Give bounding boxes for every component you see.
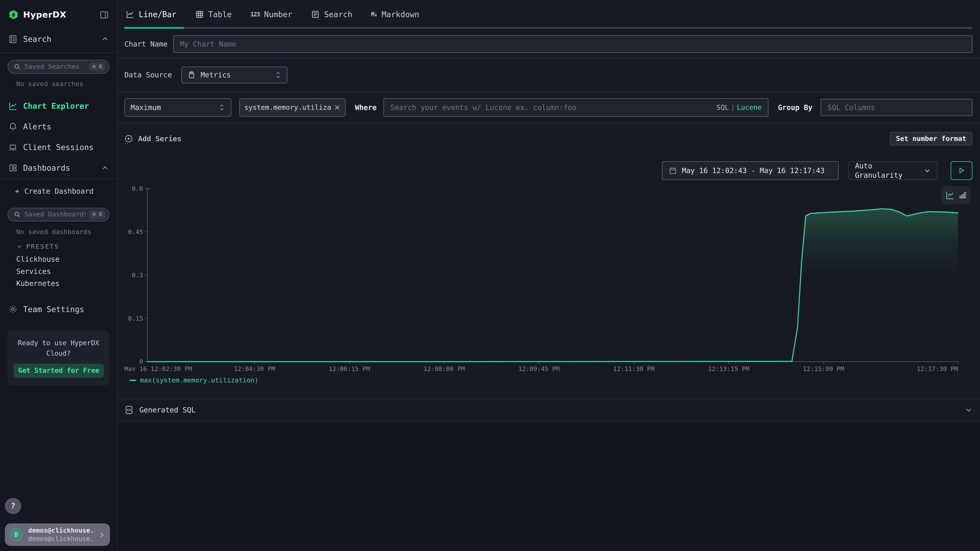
empty-area	[118, 421, 980, 551]
number-123-icon: 123	[250, 11, 260, 18]
promo-line1: Ready to use HyperDX	[14, 338, 103, 348]
create-dashboard-label: Create Dashboard	[24, 187, 94, 196]
set-number-format-button[interactable]: Set number format	[890, 132, 973, 146]
lucene-option[interactable]: Lucene	[737, 103, 762, 111]
chart-name-row: Chart Name	[118, 30, 980, 58]
metric-field-tag[interactable]: system.memory.utiliza	[239, 98, 345, 117]
line-chart-icon	[8, 102, 18, 111]
sidebar-item-client-sessions[interactable]: Client Sessions	[0, 137, 117, 158]
chevron-updown-icon	[219, 104, 225, 111]
legend-label: max(system.memory.utilization)	[140, 376, 258, 385]
svg-text:12:11:30 PM: 12:11:30 PM	[613, 365, 655, 371]
create-dashboard-button[interactable]: + Create Dashboard	[0, 181, 117, 201]
where-search-field[interactable]: SQL|Lucene	[383, 98, 768, 117]
chart-section: May 16 12:02:43 - May 16 12:17:43 Auto G…	[118, 154, 980, 385]
hyperdx-logo-icon	[8, 10, 19, 20]
svg-text:0.15: 0.15	[128, 315, 143, 322]
chart-name-input[interactable]	[173, 35, 972, 53]
chart-toolbar: May 16 12:02:43 - May 16 12:17:43 Auto G…	[124, 161, 972, 180]
line-chart-icon	[126, 10, 134, 19]
chart-type-tabbar: Line/Bar Table 123 Number Search M↓ Ma	[118, 0, 980, 29]
saved-dashboards-input[interactable]: Saved Dashboards ⌘ K	[8, 208, 110, 221]
plus-circle-icon	[124, 134, 133, 143]
tab-markdown[interactable]: M↓ Markdown	[366, 0, 425, 29]
preset-label: Clickhouse	[16, 254, 60, 264]
add-series-row: Add Series Set number format	[118, 124, 980, 154]
no-saved-searches-text: No saved searches	[16, 80, 117, 88]
group-by-label: Group By	[778, 103, 812, 112]
user-email: demos@clickhouse.com	[28, 526, 93, 535]
sidebar-item-team-settings[interactable]: Team Settings	[0, 299, 117, 319]
generated-sql-toggle[interactable]: Generated SQL	[118, 399, 980, 421]
preset-kubernetes[interactable]: Kubernetes	[0, 277, 117, 290]
data-source-select[interactable]: Metrics	[181, 67, 288, 83]
logo-row: HyperDX	[0, 0, 117, 29]
markdown-icon: M↓	[371, 11, 377, 18]
saved-dashboards-placeholder: Saved Dashboards	[24, 210, 85, 219]
bell-icon	[8, 122, 18, 132]
svg-text:12:04:30 PM: 12:04:30 PM	[234, 365, 275, 371]
sql-option[interactable]: SQL	[717, 103, 729, 111]
svg-text:12:17:30 PM: 12:17:30 PM	[917, 365, 958, 371]
timeseries-chart[interactable]: 0.60.450.30.150May 16 12:02:30 PM12:04:3…	[124, 186, 972, 371]
chevron-up-icon[interactable]	[101, 164, 109, 172]
preset-services[interactable]: Services	[0, 265, 117, 278]
sidebar-collapse-icon[interactable]	[99, 10, 109, 20]
help-button[interactable]: ?	[5, 498, 21, 514]
nav-label: Chart Explorer	[23, 101, 89, 111]
nav-label: Alerts	[23, 122, 51, 132]
bar-chart-toggle-icon[interactable]	[959, 191, 967, 199]
tab-label: Table	[208, 10, 232, 20]
presets-toggle[interactable]: PRESETS	[16, 240, 117, 253]
chevron-up-icon[interactable]	[101, 35, 109, 43]
tab-label: Line/Bar	[139, 10, 177, 20]
query-language-toggle[interactable]: SQL|Lucene	[717, 103, 762, 112]
line-chart-toggle-icon[interactable]	[945, 191, 955, 200]
data-source-label: Data Source	[124, 70, 174, 79]
user-menu[interactable]: D demos@clickhouse.com demos@clickhouse.…	[5, 524, 110, 546]
svg-text:0.3: 0.3	[132, 272, 143, 279]
gear-icon	[8, 305, 18, 314]
where-input[interactable]	[390, 103, 713, 112]
time-range-picker[interactable]: May 16 12:02:43 - May 16 12:17:43	[662, 161, 839, 180]
sidebar-item-alerts[interactable]: Alerts	[0, 116, 117, 137]
granularity-value: Auto Granularity	[855, 161, 924, 180]
add-series-button[interactable]: Add Series	[124, 134, 181, 143]
add-series-label: Add Series	[138, 134, 181, 143]
aggregation-select[interactable]: Maximum	[124, 98, 231, 117]
sidebar-divider	[0, 52, 117, 53]
granularity-select[interactable]: Auto Granularity	[848, 161, 937, 180]
search-icon	[14, 63, 21, 70]
search-doc-icon	[8, 35, 18, 44]
svg-text:May 16 12:02:30 PM: May 16 12:02:30 PM	[124, 365, 192, 371]
group-by-input[interactable]	[821, 99, 972, 116]
no-saved-dashboards-text: No saved dashboards	[16, 228, 117, 236]
hyperdx-app: HyperDX Search Saved Searches ⌘ K No sav…	[0, 0, 980, 551]
tab-line-bar[interactable]: Line/Bar	[124, 0, 182, 29]
preset-label: Kubernetes	[16, 279, 60, 288]
tab-table[interactable]: Table	[189, 0, 237, 29]
svg-text:0.6: 0.6	[132, 186, 143, 192]
run-query-button[interactable]	[951, 161, 972, 180]
sidebar-item-dashboards[interactable]: Dashboards	[0, 158, 117, 178]
svg-text:0.45: 0.45	[128, 229, 143, 235]
get-started-button[interactable]: Get Started for Free	[14, 364, 104, 378]
series-row: Maximum system.memory.utiliza Where SQL|…	[118, 92, 980, 123]
database-icon	[188, 71, 196, 79]
chart-legend-item[interactable]: max(system.memory.utilization)	[129, 376, 973, 385]
sidebar-divider	[0, 178, 117, 179]
tab-search[interactable]: Search	[305, 0, 358, 29]
sidebar-item-chart-explorer[interactable]: Chart Explorer	[0, 96, 117, 116]
plus-icon: +	[15, 187, 19, 196]
close-icon[interactable]	[334, 104, 341, 111]
saved-searches-input[interactable]: Saved Searches ⌘ K	[8, 60, 110, 73]
svg-text:0: 0	[140, 358, 143, 365]
preset-label: Services	[16, 267, 51, 276]
nav-label: Client Sessions	[23, 142, 94, 152]
chevron-down-icon	[965, 406, 972, 414]
preset-clickhouse[interactable]: Clickhouse	[0, 253, 117, 265]
presets-header: PRESETS	[26, 243, 59, 251]
sidebar-item-search[interactable]: Search	[0, 29, 117, 52]
tab-number[interactable]: 123 Number	[245, 0, 298, 29]
spacer	[118, 385, 980, 399]
